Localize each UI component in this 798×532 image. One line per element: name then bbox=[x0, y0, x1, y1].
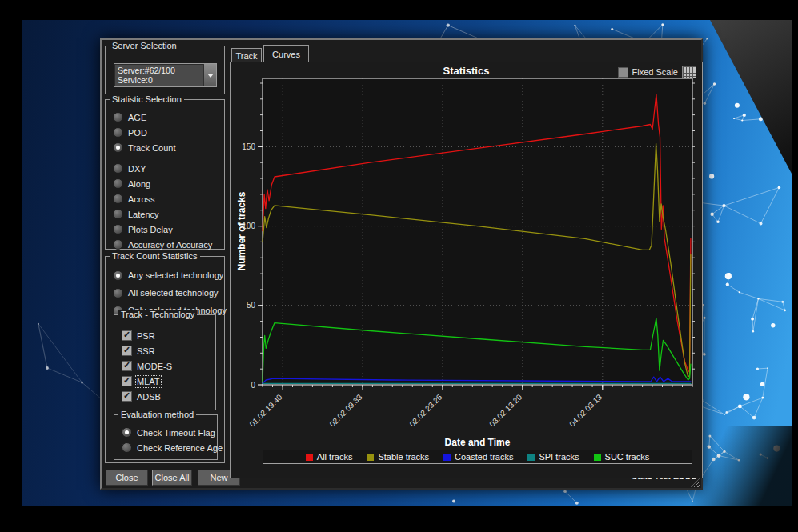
radio-accuracy-of-accuracy[interactable]: Accuracy of Accuracy bbox=[106, 237, 224, 252]
checkbox-ssr[interactable]: SSR bbox=[114, 343, 215, 358]
radio-all-selected-technology[interactable]: All selected technology bbox=[106, 284, 224, 302]
legend-swatch bbox=[367, 454, 374, 461]
radio-icon bbox=[113, 112, 123, 122]
radio-across[interactable]: Across bbox=[106, 191, 224, 206]
fixed-scale-label: Fixed Scale bbox=[632, 67, 678, 77]
option-label: All selected technology bbox=[128, 288, 219, 298]
radio-track-count[interactable]: Track Count bbox=[106, 140, 224, 155]
statistics-window: Server Selection Server:#62/100 Service:… bbox=[100, 38, 703, 490]
svg-text:02.02 09:33: 02.02 09:33 bbox=[327, 392, 363, 428]
statistics-chart: 05010015001.02 19:4002.02 09:3302.02 23:… bbox=[263, 78, 692, 385]
svg-text:150: 150 bbox=[242, 142, 255, 151]
radio-icon bbox=[113, 209, 123, 219]
track-technology-group: Track - Technology PSRSSRMODE-SMLATADSB bbox=[114, 314, 216, 410]
radio-any-selected-technology[interactable]: Any selected technology bbox=[106, 266, 224, 284]
legend-swatch bbox=[443, 454, 451, 461]
radio-icon bbox=[113, 178, 123, 189]
legend-swatch bbox=[594, 454, 601, 461]
checkbox-psr[interactable]: PSR bbox=[114, 328, 215, 343]
svg-text:0: 0 bbox=[251, 381, 255, 390]
svg-text:100: 100 bbox=[242, 222, 255, 230]
option-label: SSR bbox=[137, 346, 155, 356]
legend-swatch bbox=[527, 454, 535, 461]
tab-track[interactable]: Track bbox=[231, 48, 262, 62]
fixed-scale-checkbox[interactable] bbox=[618, 67, 628, 78]
radio-icon bbox=[113, 127, 123, 138]
radio-age[interactable]: AGE bbox=[106, 110, 224, 125]
option-label: AGE bbox=[128, 113, 146, 122]
option-label: Any selected technology bbox=[128, 270, 223, 280]
radio-latency[interactable]: Latency bbox=[106, 206, 224, 222]
chevron-down-icon bbox=[207, 74, 214, 78]
svg-text:04.02 03:13: 04.02 03:13 bbox=[567, 392, 604, 428]
legend-item-coasted-tracks: Coasted tracks bbox=[443, 452, 513, 462]
group-title: Track - Technology bbox=[118, 310, 197, 319]
track-count-statistics-group: Track Count Statistics Any selected tech… bbox=[105, 256, 225, 463]
statistic-selection-group: Statistic Selection AGEPODTrack Count DX… bbox=[105, 99, 225, 250]
svg-text:02.02 23:26: 02.02 23:26 bbox=[407, 392, 443, 428]
option-label: Check Timeout Flag bbox=[137, 428, 215, 438]
legend-item-suc-tracks: SUC tracks bbox=[594, 452, 650, 462]
combobox-dropdown-button[interactable] bbox=[203, 64, 216, 86]
option-label: MLAT bbox=[137, 377, 160, 386]
option-label: Latency bbox=[128, 210, 159, 219]
legend-item-spi-tracks: SPI tracks bbox=[527, 452, 579, 462]
radio-icon bbox=[113, 288, 123, 298]
checkbox-icon bbox=[122, 376, 132, 386]
option-label: POD bbox=[128, 128, 147, 138]
group-title: Statistic Selection bbox=[110, 94, 184, 104]
option-label: Along bbox=[128, 179, 150, 189]
evaluation-method-group: Evaluation method Check Timeout FlagChec… bbox=[114, 414, 218, 460]
option-label: ADSB bbox=[137, 392, 161, 402]
svg-text:01.02 19:40: 01.02 19:40 bbox=[247, 392, 283, 428]
checkbox-icon bbox=[122, 330, 132, 341]
legend-label: Coasted tracks bbox=[455, 452, 513, 462]
legend-label: Stable tracks bbox=[378, 452, 429, 462]
chart-legend: All tracksStable tracksCoasted tracksSPI… bbox=[263, 450, 692, 464]
svg-text:03.02 13:20: 03.02 13:20 bbox=[487, 392, 523, 428]
group-title: Evaluation method bbox=[118, 410, 196, 419]
option-label: Across bbox=[128, 194, 155, 204]
option-label: DXY bbox=[128, 164, 146, 174]
svg-text:50: 50 bbox=[247, 301, 256, 310]
plot-area[interactable]: 05010015001.02 19:4002.02 09:3302.02 23:… bbox=[263, 78, 692, 385]
y-axis-title: Number of tracks bbox=[236, 192, 247, 271]
curves-tab-panel: Statistics Fixed Scale Number of tracks … bbox=[230, 62, 703, 478]
option-label: MODE-S bbox=[137, 362, 172, 371]
divider bbox=[111, 158, 219, 158]
radio-icon bbox=[122, 427, 132, 438]
checkbox-mode-s[interactable]: MODE-S bbox=[114, 358, 215, 374]
legend-item-stable-tracks: Stable tracks bbox=[367, 452, 429, 462]
radio-icon bbox=[113, 194, 123, 204]
radio-along[interactable]: Along bbox=[106, 176, 224, 191]
radio-icon bbox=[122, 442, 132, 453]
legend-label: SPI tracks bbox=[539, 452, 579, 462]
option-label: Check Reference Age bbox=[137, 443, 223, 453]
server-combobox-value: Server:#62/100 Service:0 bbox=[114, 64, 203, 86]
option-label: Plots Delay bbox=[128, 225, 173, 234]
option-label: Track Count bbox=[128, 143, 176, 153]
checkbox-adsb[interactable]: ADSB bbox=[114, 389, 215, 404]
option-label: PSR bbox=[137, 331, 155, 341]
checkbox-mlat[interactable]: MLAT bbox=[114, 374, 215, 389]
server-selection-group: Server Selection Server:#62/100 Service:… bbox=[105, 46, 225, 94]
grid-icon[interactable] bbox=[682, 66, 696, 78]
radio-icon bbox=[113, 224, 123, 234]
radio-icon bbox=[113, 239, 123, 250]
radio-icon bbox=[113, 270, 123, 281]
radio-plots-delay[interactable]: Plots Delay bbox=[106, 222, 224, 237]
radio-pod[interactable]: POD bbox=[106, 125, 224, 140]
close-button[interactable]: Close bbox=[106, 470, 148, 486]
checkbox-icon bbox=[122, 361, 132, 371]
legend-swatch bbox=[306, 454, 313, 461]
radio-dxy[interactable]: DXY bbox=[106, 161, 224, 176]
radio-check-reference-age[interactable]: Check Reference Age bbox=[114, 440, 217, 455]
legend-label: All tracks bbox=[317, 452, 353, 462]
legend-label: SUC tracks bbox=[605, 452, 650, 462]
close-all-button[interactable]: Close All bbox=[152, 470, 192, 486]
checkbox-icon bbox=[122, 346, 132, 356]
tab-curves[interactable]: Curves bbox=[263, 45, 309, 62]
radio-check-timeout-flag[interactable]: Check Timeout Flag bbox=[114, 425, 217, 440]
radio-icon bbox=[113, 142, 123, 153]
server-combobox[interactable]: Server:#62/100 Service:0 bbox=[114, 63, 217, 87]
